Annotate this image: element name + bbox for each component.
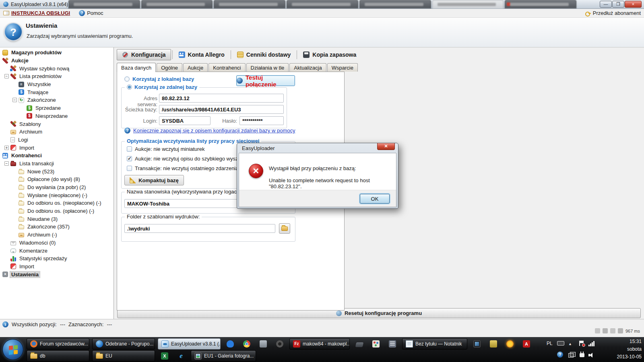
taskbar-button-db[interactable]: db [27, 350, 89, 362]
remote-db-radio[interactable] [127, 84, 132, 90]
taskbar-button-chrome[interactable] [240, 338, 254, 350]
sidebar-item-logi[interactable]: Logi [0, 136, 114, 144]
error-dialog-close-button[interactable]: ✕ [377, 143, 395, 150]
ok-button[interactable]: OK [360, 194, 390, 204]
minimize-button[interactable]: — [600, 1, 612, 8]
menu-item-help[interactable]: ? Pomoc [79, 10, 103, 16]
sidebar-item-import[interactable]: +↓Import [0, 144, 114, 152]
taskbar-button-forum-sprzedawców[interactable]: Forum sprzedawców... [27, 338, 89, 350]
sidebar-item-nieudane-3[interactable]: Nieudane (3) [0, 215, 114, 223]
checkbox-row-2[interactable]: Aukcje: nie wczytuj opisu do szybkiego w… [127, 156, 253, 162]
volume-icon[interactable] [588, 352, 595, 358]
sidebar-item-wiadomości-0[interactable]: Wiadomości (0) [0, 239, 114, 247]
taskbar-button-display[interactable] [470, 338, 484, 350]
compact-db-button[interactable]: Kompaktuj bazę [124, 175, 184, 185]
sidebar-item-ustawienia[interactable]: ×Ustawienia [0, 270, 114, 278]
tab-cenniki-dostawy[interactable]: Cenniki dostawy [232, 49, 295, 60]
window-switch-icon[interactable] [568, 353, 574, 358]
sidebar-item-wystaw-szybko-nową[interactable]: Wystaw szybko nową [0, 64, 114, 72]
keyboard-icon[interactable] [557, 341, 564, 346]
taskbar-button-eu1-galeria-fotogra[interactable]: EU1 - Galeria fotogra... [191, 350, 256, 362]
taskbar-button-sun[interactable] [503, 338, 517, 350]
tab-kopia-zapasowa[interactable]: Kopia zapasowa [298, 49, 361, 60]
taskbar-button-gg[interactable] [223, 338, 237, 350]
sidebar-item-szablony[interactable]: +Szablony [0, 120, 114, 128]
restore-button[interactable]: ❐ [612, 1, 624, 8]
language-indicator[interactable]: PL [547, 341, 553, 346]
checkbox[interactable] [127, 156, 132, 161]
sidebar-item-import[interactable]: ↓Import [0, 263, 114, 271]
taskbar-button-scanner[interactable] [353, 338, 366, 350]
taskbar-button-webcam[interactable] [273, 338, 287, 350]
taskbar-button-ie[interactable]: e [174, 350, 188, 362]
sidebar-item-zakończone-357[interactable]: Zakończone (357) [0, 223, 114, 231]
taskbar-button-eu[interactable]: EU [92, 350, 155, 362]
checkbox[interactable] [127, 146, 132, 152]
sidebar-item-archiwum[interactable]: Archiwum [0, 128, 114, 136]
sidebar-item-wysłane-nieopłacone[interactable]: Wysłane (nieopłacone) (-) [0, 191, 114, 199]
menu-item-renew-subscription[interactable]: Przedłuż abonament [585, 10, 641, 16]
test-connection-button[interactable]: Testuj połączenie [236, 75, 295, 86]
sidebar-item-do-odbioru-os-nieopłacone[interactable]: Do odbioru os. (nieopłacone) (-) [0, 199, 114, 207]
tray-help-icon[interactable]: ? [557, 352, 563, 358]
subtab-działania-w-tle[interactable]: Działania w tle [246, 63, 289, 72]
subtab-wsparcie[interactable]: Wsparcie [327, 63, 358, 72]
browse-folder-button[interactable] [279, 223, 290, 234]
tree-expander-icon[interactable]: − [12, 98, 17, 102]
sidebar-item-do-odbioru-os-opłacone[interactable]: Do odbioru os. (opłacone) (-) [0, 207, 114, 215]
sidebar-item-nowe-523[interactable]: Nowe (523) [0, 167, 114, 175]
clock[interactable]: 15:31 sobota 2013-10-05 [605, 338, 642, 361]
tab-konta-allegro[interactable]: Konta Allegro [174, 49, 229, 60]
sidebar-item-lista-przedmiotów[interactable]: −Lista przedmiotów [0, 72, 114, 80]
network-signal-icon[interactable] [588, 341, 595, 346]
taskbar-button-bez-tytułu-notatnik[interactable]: Bez tytułu — Notatnik [402, 338, 467, 350]
sidebar-item-lista-transakcji[interactable]: −Lista transakcji [0, 160, 114, 168]
sidebar-item-kontrahenci[interactable]: Kontrahenci [0, 152, 114, 160]
local-db-radio[interactable] [124, 76, 130, 82]
taskbar-button-pdf[interactable]: A [520, 338, 533, 350]
sidebar-item-do-wysłania-za-pobr-2[interactable]: Do wysłania (za pobr) (2) [0, 183, 114, 191]
password-input[interactable] [239, 116, 284, 125]
taskbar-button-app-gray[interactable] [256, 338, 270, 350]
taskbar-button-odebrane-pogrupo[interactable]: Odebrane - Pogrupo... [92, 338, 155, 350]
checkbox[interactable] [127, 166, 132, 171]
show-hidden-icons-chevron[interactable]: ▲ [568, 342, 572, 346]
tree-expander-icon[interactable]: + [4, 146, 9, 150]
remote-db-radio-row[interactable]: Korzystaj ze zdalnej bazy [125, 84, 199, 90]
taskbar-button-makow84-makowpl[interactable]: Fzmakow84 - makowpl... [289, 338, 350, 350]
tab-konfiguracja[interactable]: Konfiguracja [117, 49, 171, 60]
sidebar-item-magazyn-produktów[interactable]: Magazyn produktów [0, 49, 114, 57]
checkbox-row-1[interactable]: Aukcje: nie wczytuj miniaturek [127, 146, 204, 152]
subtab-kontrahenci[interactable]: Kontrahenci [208, 63, 245, 72]
sidebar-item-niesprzedane[interactable]: $Niesprzedane [0, 112, 114, 120]
subtab-aktualizacja[interactable]: Aktualizacja [289, 63, 326, 72]
tree-expander-icon[interactable]: − [4, 74, 9, 78]
action-center-flag-icon[interactable] [579, 341, 584, 346]
taskbar-button-excel[interactable]: X [158, 350, 171, 362]
subtab-aukcje[interactable]: Aukcje [183, 63, 208, 72]
sidebar-item-statystyki-sprzedaży[interactable]: Statystyki sprzedaży [0, 255, 114, 263]
sidebar-item-trwające[interactable]: $Trwające [0, 88, 114, 96]
sidebar-item-komentarze[interactable]: Komentarze [0, 247, 114, 255]
taskbar-button-easyuploader-v3-8-1[interactable]: EasyUploader v3.8.1 (... [158, 338, 221, 350]
sidebar-item-aukcje[interactable]: Aukcje [0, 57, 114, 65]
sidebar-item-sprzedane[interactable]: $Sprzedane [0, 104, 114, 112]
print-templates-input[interactable] [124, 224, 275, 233]
remote-db-help-link[interactable]: Koniecznie zapoznaj się z opisem konfigu… [133, 128, 295, 134]
close-button[interactable]: × [625, 1, 642, 8]
menu-item-manual[interactable]: INSTRUKCJA OBSŁUGI [3, 10, 70, 16]
sidebar-item-wszystkie[interactable]: ≡Wszystkie [0, 80, 114, 88]
subtab-ogólne[interactable]: Ogólne [157, 63, 182, 72]
checkbox-row-3[interactable]: Transakcje: nie wczytuj ostatniego zdarz… [127, 165, 238, 171]
login-input[interactable] [159, 116, 211, 125]
taskbar-button-calculator[interactable] [386, 338, 399, 350]
subtab-baza-danych[interactable]: Baza danych [117, 63, 156, 72]
sidebar-item-opłacone-do-wysł-8[interactable]: Opłacone (do wysł) (8) [0, 175, 114, 183]
tree-expander-icon[interactable]: − [4, 161, 9, 166]
power-plug-icon[interactable] [580, 353, 584, 357]
start-button[interactable] [2, 339, 23, 360]
sidebar-item-archiwum[interactable]: Archiwum (-) [0, 231, 114, 239]
local-db-radio-row[interactable]: Korzystaj z lokalnej bazy [124, 76, 194, 82]
sidebar-item-zakończone[interactable]: −↻Zakończone [0, 96, 114, 104]
taskbar-button-app-yellow[interactable] [487, 338, 500, 350]
